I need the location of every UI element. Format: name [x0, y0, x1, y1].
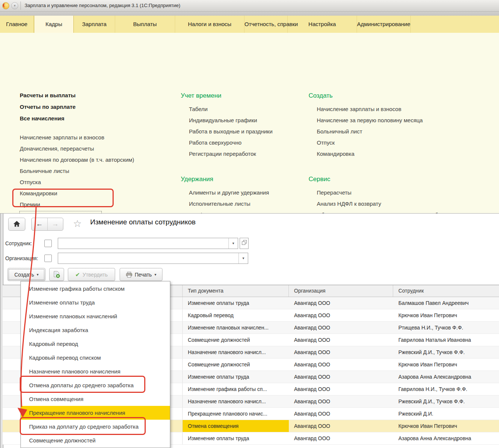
- cell-organization[interactable]: Авангард ООО: [289, 346, 393, 358]
- cell-organization[interactable]: Авангард ООО: [289, 420, 393, 432]
- employee-filter-input[interactable]: [60, 238, 228, 249]
- cell-doc-type[interactable]: Изменение плановых начислен...: [183, 322, 289, 334]
- cell-organization[interactable]: Авангард ООО: [289, 408, 393, 420]
- create-menu-item[interactable]: Назначение планового начисления: [21, 365, 170, 378]
- cell-doc-type[interactable]: Совмещение должностей: [183, 334, 289, 346]
- section-tab[interactable]: Кадры: [34, 16, 74, 33]
- nav-link[interactable]: Командировка: [317, 148, 473, 160]
- nav-link[interactable]: Профсоюзные взносы: [189, 209, 304, 213]
- cell-organization[interactable]: Авангард ООО: [289, 395, 393, 407]
- create-menu-item[interactable]: Изменение плановых начислений: [21, 309, 170, 323]
- nav-link[interactable]: Командировки: [20, 188, 134, 199]
- cell-organization[interactable]: Авангард ООО: [289, 322, 393, 334]
- cell-organization[interactable]: Авангард ООО: [289, 309, 393, 321]
- print-button[interactable]: Печать ▾: [120, 268, 162, 281]
- cell-organization[interactable]: Авангард ООО: [289, 297, 393, 309]
- nav-link[interactable]: Исполнительные листы: [189, 198, 304, 209]
- grid-header-doc-type[interactable]: Тип документа: [183, 285, 289, 297]
- nav-link[interactable]: Анализ НДФЛ к возврату: [317, 198, 480, 209]
- nav-link[interactable]: Алименты и другие удержания: [189, 187, 304, 198]
- nav-link[interactable]: Больничный лист: [317, 126, 473, 137]
- create-menu-item[interactable]: Отмена доплаты до среднего заработка: [21, 378, 170, 392]
- nav-link[interactable]: Начисления по договорам (в т.ч. авторски…: [20, 154, 134, 165]
- back-button[interactable]: ←: [32, 218, 48, 230]
- nav-link[interactable]: Данные для расчета зарплаты: [20, 210, 134, 213]
- create-menu-item[interactable]: Приказ на доплату до среднего заработка: [21, 420, 170, 433]
- cell-doc-type[interactable]: Изменение оплаты труда: [183, 371, 289, 383]
- cell-employee[interactable]: Крючков Иван Петрович: [393, 420, 499, 432]
- grid-header-organization[interactable]: Организация: [289, 285, 393, 297]
- cell-doc-type[interactable]: Назначение планового начисл...: [183, 346, 289, 358]
- grid-header-employee[interactable]: Сотрудник: [393, 285, 499, 297]
- section-tab[interactable]: Администрирование: [357, 16, 411, 33]
- cell-employee[interactable]: Ртищева Н.И., Тучков Ф.Ф.: [393, 322, 499, 334]
- section-tab[interactable]: Главное: [0, 16, 34, 33]
- nav-link[interactable]: Начисление зарплаты и взносов: [20, 132, 134, 143]
- create-menu-item[interactable]: Индексация заработка: [21, 323, 170, 337]
- section-tab[interactable]: Выплаты: [115, 16, 175, 33]
- home-button[interactable]: [8, 218, 25, 231]
- cell-organization[interactable]: Авангард ООО: [289, 359, 393, 370]
- create-menu-item[interactable]: Прекращение планового начисления: [21, 406, 170, 420]
- nav-link[interactable]: Работа сверхурочно: [189, 137, 304, 148]
- create-menu-item[interactable]: Кадровый перевод списком: [21, 351, 170, 365]
- primary-link[interactable]: Отчеты по зарплате: [20, 101, 76, 113]
- cell-employee[interactable]: Ржевский Д.И.: [393, 408, 499, 420]
- cell-organization[interactable]: Авангард ООО: [289, 432, 393, 444]
- cell-employee[interactable]: Крючков Иван Петрович: [393, 359, 499, 370]
- section-tab[interactable]: Настройка: [288, 16, 357, 33]
- cell-organization[interactable]: Авангард ООО: [289, 383, 393, 395]
- cell-doc-type[interactable]: Прекращение планового начис...: [183, 408, 289, 420]
- org-filter-input[interactable]: [60, 253, 238, 264]
- nav-link[interactable]: Начисление за первую половину месяца: [317, 115, 473, 126]
- cell-employee[interactable]: Гаврилова Наталья Ивановна: [393, 334, 499, 346]
- primary-link[interactable]: Все начисления: [20, 113, 76, 124]
- create-menu-item[interactable]: Совмещение должностей: [21, 433, 170, 447]
- cell-employee[interactable]: Балмашов Павел Андреевич: [393, 297, 499, 309]
- system-menu-chevron-icon[interactable]: ▾: [11, 2, 18, 9]
- nav-link[interactable]: Обновить данные для расчета среднего зар…: [317, 209, 480, 213]
- nav-link[interactable]: Регистрации переработок: [189, 148, 304, 160]
- section-tab[interactable]: Налоги и взносы: [175, 16, 244, 33]
- create-menu-item[interactable]: Кадровый перевод: [21, 337, 170, 351]
- cell-doc-type[interactable]: Кадровый перевод: [183, 309, 289, 321]
- cell-employee[interactable]: Ржевский Д.И., Тучков Ф.Ф.: [393, 346, 499, 358]
- add-copy-button[interactable]: [49, 268, 64, 281]
- cell-employee[interactable]: Азарова Анна Александровна: [393, 432, 499, 444]
- favorite-star-icon[interactable]: ☆: [73, 218, 82, 229]
- nav-link[interactable]: Премии: [20, 199, 134, 210]
- org-dropdown-caret[interactable]: ▾: [239, 253, 248, 264]
- nav-link[interactable]: Больничные листы: [20, 165, 134, 177]
- cell-employee[interactable]: Гаврилова Н.И., Тучков Ф.Ф.: [393, 383, 499, 395]
- employee-filter-checkbox[interactable]: [44, 240, 52, 247]
- section-tab[interactable]: Отчетность, справки: [244, 16, 288, 33]
- create-button[interactable]: Создать ▾: [7, 268, 45, 281]
- cell-doc-type[interactable]: Изменение оплаты труда: [183, 432, 289, 444]
- approve-button[interactable]: ✔ Утвердить: [68, 268, 115, 281]
- nav-link[interactable]: Доначисления, перерасчеты: [20, 143, 134, 154]
- nav-link[interactable]: Отпуска: [20, 177, 134, 188]
- cell-employee[interactable]: Ржевский Д.И., Тучков Ф.Ф.: [393, 395, 499, 407]
- nav-link[interactable]: Перерасчеты: [317, 187, 480, 198]
- forward-button[interactable]: →: [48, 218, 63, 230]
- employee-choose-button[interactable]: [240, 238, 249, 249]
- nav-link[interactable]: Начисление зарплаты и взносов: [317, 104, 473, 115]
- cell-employee[interactable]: Крючков Иван Петрович: [393, 309, 499, 321]
- cell-organization[interactable]: Авангард ООО: [289, 334, 393, 346]
- nav-link[interactable]: Табели: [189, 104, 304, 115]
- cell-doc-type[interactable]: Изменение графика работы сп...: [183, 383, 289, 395]
- create-menu-item[interactable]: Отмена совмещения: [21, 392, 170, 406]
- cell-employee[interactable]: Азарова Анна Александровна: [393, 371, 499, 383]
- create-menu-item[interactable]: Изменение графика работы списком: [21, 282, 170, 296]
- cell-doc-type[interactable]: Совмещение должностей: [183, 359, 289, 370]
- primary-link[interactable]: Расчеты и выплаты: [20, 89, 76, 101]
- cell-organization[interactable]: Авангард ООО: [289, 371, 393, 383]
- cell-doc-type[interactable]: Назначение планового начисл...: [183, 395, 289, 407]
- nav-link[interactable]: Отпуск: [317, 137, 473, 148]
- employee-dropdown-caret[interactable]: ▾: [228, 238, 238, 249]
- section-tab[interactable]: Зарплата: [74, 16, 115, 33]
- nav-link[interactable]: Работа в выходные и праздники: [189, 126, 304, 137]
- nav-link[interactable]: Индивидуальные графики: [189, 115, 304, 126]
- create-menu-item[interactable]: Изменение оплаты труда: [21, 296, 170, 309]
- cell-doc-type[interactable]: Изменение оплаты труда: [183, 297, 289, 309]
